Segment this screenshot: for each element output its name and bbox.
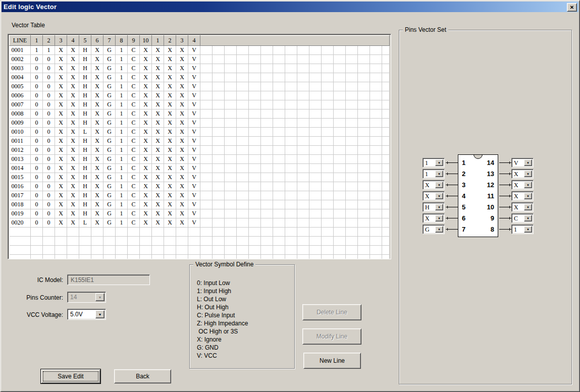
- pin-13-value-select[interactable]: X▼: [511, 169, 534, 179]
- vector-cell[interactable]: [249, 191, 261, 200]
- vector-cell[interactable]: [200, 237, 213, 246]
- vector-cell[interactable]: [358, 173, 370, 182]
- vector-cell[interactable]: G: [103, 119, 116, 128]
- vector-cell[interactable]: [200, 100, 213, 109]
- vector-cell[interactable]: [67, 228, 79, 237]
- vector-cell[interactable]: [249, 182, 261, 191]
- vector-cell[interactable]: [128, 237, 140, 246]
- vector-cell[interactable]: 0: [43, 55, 55, 64]
- vector-cell[interactable]: [225, 255, 237, 260]
- vector-cell[interactable]: [237, 119, 249, 128]
- vector-cell[interactable]: X: [67, 91, 79, 100]
- vector-cell[interactable]: 0: [31, 200, 43, 209]
- vector-cell[interactable]: X: [140, 64, 152, 73]
- title-bar[interactable]: Edit logic Vector ✕: [2, 2, 578, 12]
- vector-cell[interactable]: [334, 218, 346, 228]
- table-row[interactable]: 000700XXHXG1CXXXXV: [10, 100, 390, 109]
- vector-cell[interactable]: G: [103, 173, 116, 182]
- line-number-cell[interactable]: 0007: [10, 100, 31, 109]
- vector-cell[interactable]: [382, 164, 390, 173]
- vector-cell[interactable]: [370, 137, 382, 146]
- vector-cell[interactable]: [273, 200, 285, 209]
- vector-cell[interactable]: V: [188, 209, 200, 218]
- line-number-cell[interactable]: 0014: [10, 164, 31, 173]
- vector-cell[interactable]: [103, 255, 116, 260]
- vector-cell[interactable]: [140, 228, 152, 237]
- vector-cell[interactable]: 0: [31, 91, 43, 100]
- vector-cell[interactable]: [346, 73, 358, 82]
- vector-cell[interactable]: [249, 155, 261, 164]
- vector-cell[interactable]: [55, 246, 67, 255]
- vector-cell[interactable]: [358, 91, 370, 100]
- vector-cell[interactable]: [358, 82, 370, 91]
- vector-cell[interactable]: X: [152, 119, 164, 128]
- vector-cell[interactable]: X: [140, 73, 152, 82]
- vector-cell[interactable]: X: [67, 137, 79, 146]
- vector-cell[interactable]: [261, 173, 273, 182]
- vector-cell[interactable]: X: [67, 73, 79, 82]
- vector-cell[interactable]: [322, 246, 334, 255]
- vector-cell[interactable]: [188, 228, 200, 237]
- vector-cell[interactable]: X: [55, 128, 67, 137]
- vector-cell[interactable]: [249, 200, 261, 209]
- vector-cell[interactable]: C: [128, 200, 140, 209]
- vector-table[interactable]: LINE123456789101234 000111XXHXG1CXXXXV00…: [8, 34, 391, 259]
- vector-cell[interactable]: [334, 146, 346, 155]
- vector-cell[interactable]: X: [176, 200, 188, 209]
- vector-cell[interactable]: [370, 146, 382, 155]
- pin-7-value-select[interactable]: G▼: [423, 225, 445, 234]
- vector-table-grid[interactable]: LINE123456789101234 000111XXHXG1CXXXXV00…: [9, 35, 390, 259]
- vector-cell[interactable]: [346, 209, 358, 218]
- vector-cell[interactable]: [297, 237, 309, 246]
- vector-cell[interactable]: [261, 55, 273, 64]
- vector-cell[interactable]: X: [152, 173, 164, 182]
- vector-cell[interactable]: X: [55, 137, 67, 146]
- vector-cell[interactable]: [297, 100, 309, 109]
- vector-cell[interactable]: [140, 237, 152, 246]
- vector-cell[interactable]: [249, 73, 261, 82]
- vector-cell[interactable]: [370, 200, 382, 209]
- vector-cell[interactable]: [309, 155, 322, 164]
- vector-cell[interactable]: [285, 55, 297, 64]
- vector-cell[interactable]: [334, 73, 346, 82]
- vector-cell[interactable]: X: [91, 200, 103, 209]
- vector-cell[interactable]: [297, 46, 309, 55]
- vector-cell[interactable]: [200, 146, 213, 155]
- vector-cell[interactable]: 0: [43, 164, 55, 173]
- pin-5-value-select[interactable]: H▼: [423, 202, 445, 212]
- vector-cell[interactable]: 1: [116, 128, 128, 137]
- vector-cell[interactable]: [200, 82, 213, 91]
- vector-cell[interactable]: 0: [31, 164, 43, 173]
- pin-6-value-select[interactable]: X▼: [423, 213, 445, 223]
- vector-cell[interactable]: [79, 246, 91, 255]
- vector-cell[interactable]: [213, 246, 225, 255]
- line-number-cell[interactable]: 0002: [10, 55, 31, 64]
- vector-cell[interactable]: [249, 109, 261, 119]
- vector-cell[interactable]: [322, 100, 334, 109]
- vector-cell[interactable]: [200, 155, 213, 164]
- vector-cell[interactable]: [370, 237, 382, 246]
- vector-cell[interactable]: [273, 237, 285, 246]
- vector-cell[interactable]: [322, 209, 334, 218]
- vector-cell[interactable]: [225, 182, 237, 191]
- vector-cell[interactable]: 0: [31, 119, 43, 128]
- vector-cell[interactable]: [237, 209, 249, 218]
- vector-cell[interactable]: 1: [116, 137, 128, 146]
- vector-cell[interactable]: X: [91, 73, 103, 82]
- table-row[interactable]: 000400XXHXG1CXXXXV: [10, 73, 390, 82]
- vector-cell[interactable]: [213, 64, 225, 73]
- vector-cell[interactable]: [309, 137, 322, 146]
- vector-cell[interactable]: X: [67, 191, 79, 200]
- vector-cell[interactable]: X: [152, 164, 164, 173]
- vector-cell[interactable]: [297, 146, 309, 155]
- vector-cell[interactable]: [273, 64, 285, 73]
- vector-cell[interactable]: [213, 91, 225, 100]
- vector-cell[interactable]: 0: [31, 173, 43, 182]
- vector-cell[interactable]: C: [128, 91, 140, 100]
- vector-cell[interactable]: 1: [31, 46, 43, 55]
- vector-cell[interactable]: X: [91, 46, 103, 55]
- vector-cell[interactable]: [285, 109, 297, 119]
- line-number-cell[interactable]: 0012: [10, 146, 31, 155]
- vector-cell[interactable]: V: [188, 182, 200, 191]
- vector-cell[interactable]: X: [140, 209, 152, 218]
